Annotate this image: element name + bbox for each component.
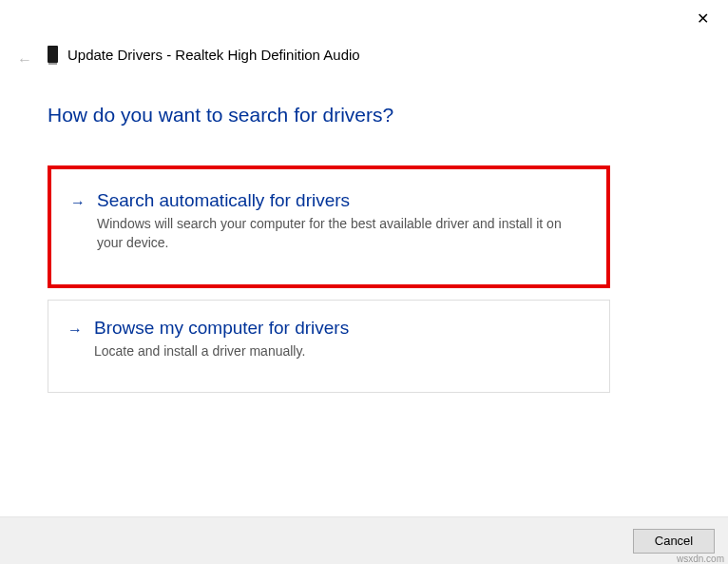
back-arrow-icon: ← <box>17 51 32 68</box>
option-title: Browse my computer for drivers <box>94 318 590 339</box>
close-button[interactable]: ✕ <box>697 10 709 28</box>
option-description: Locate and install a driver manually. <box>94 342 590 361</box>
arrow-right-icon: → <box>70 194 86 211</box>
device-icon <box>48 46 58 63</box>
option-browse-computer[interactable]: → Browse my computer for drivers Locate … <box>48 300 610 393</box>
option-description: Windows will search your computer for th… <box>97 215 587 252</box>
option-title: Search automatically for drivers <box>97 190 587 211</box>
watermark: wsxdn.com <box>677 554 724 564</box>
page-heading: How do you want to search for drivers? <box>48 104 393 126</box>
option-search-automatically[interactable]: → Search automatically for drivers Windo… <box>48 165 610 288</box>
window-title: Update Drivers - Realtek High Definition… <box>67 47 360 63</box>
window-header: Update Drivers - Realtek High Definition… <box>48 46 360 63</box>
footer-bar: Cancel <box>0 516 728 564</box>
cancel-button[interactable]: Cancel <box>633 529 715 554</box>
options-container: → Search automatically for drivers Windo… <box>48 165 610 404</box>
arrow-right-icon: → <box>67 321 83 339</box>
